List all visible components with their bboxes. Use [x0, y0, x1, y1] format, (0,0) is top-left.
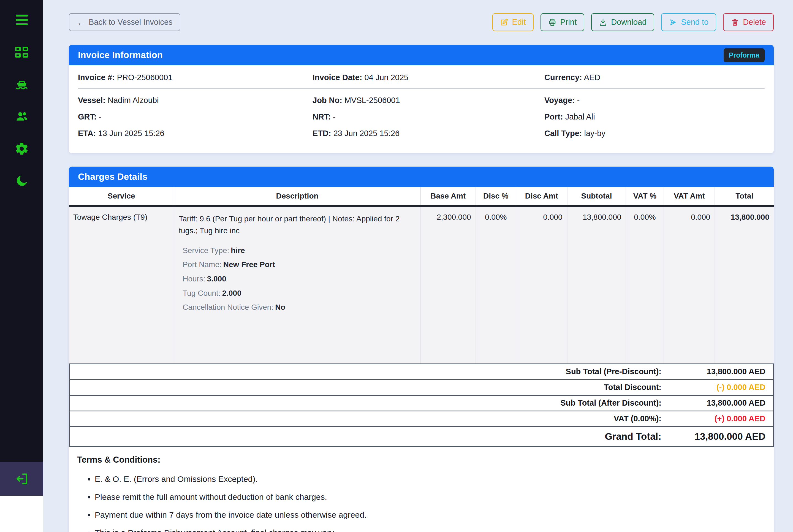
print-button[interactable]: Print	[541, 13, 584, 31]
back-button-label: Back to Vessel Invoices	[89, 18, 173, 27]
col-total: Total	[715, 187, 774, 206]
col-service: Service	[69, 187, 174, 206]
total-discount-row: Total Discount: (-) 0.000 AED	[70, 380, 773, 396]
terms-item: This is a Proforma Disbursement Account,…	[95, 526, 766, 532]
dashboard-grid-icon	[15, 47, 28, 58]
description-text: Tariff: 9.6 (Per Tug per hour or part th…	[179, 213, 416, 237]
edit-button[interactable]: Edit	[492, 13, 534, 31]
proforma-status-badge: Proforma	[723, 48, 765, 62]
settings-gear-icon	[15, 141, 29, 156]
terms-item: Payment due within 7 days from the invoi…	[95, 508, 766, 521]
col-vat-pct: VAT %	[626, 187, 663, 206]
subtotal-pre-discount-row: Sub Total (Pre-Discount): 13,800.000 AED	[70, 364, 773, 380]
cell-description: Tariff: 9.6 (Per Tug per hour or part th…	[174, 206, 421, 363]
cell-total: 13,800.000	[715, 206, 774, 363]
trash-icon	[731, 18, 739, 26]
detail-port-name: Port Name:New Free Port	[182, 259, 416, 270]
sidebar-item-dashboard[interactable]	[0, 44, 43, 60]
back-to-vessel-invoices-button[interactable]: ← Back to Vessel Invoices	[69, 13, 180, 31]
charges-details-header: Charges Details	[69, 167, 774, 187]
agents-icon	[15, 109, 29, 124]
field-vessel: Vessel: Nadim Alzoubi	[78, 96, 312, 105]
edit-button-label: Edit	[512, 18, 526, 27]
print-button-label: Print	[560, 18, 577, 27]
col-subtotal: Subtotal	[567, 187, 626, 206]
charges-table-row: Towage Charges (T9) Tariff: 9.6 (Per Tug…	[69, 206, 774, 363]
detail-hours: Hours:3.000	[182, 273, 416, 285]
field-currency: Currency: AED	[544, 73, 765, 82]
delete-button[interactable]: Delete	[723, 13, 774, 31]
grand-total-row: Grand Total: 13,800.000 AED	[70, 427, 773, 446]
menu-toggle-button[interactable]	[0, 12, 43, 28]
col-base-amt: Base Amt	[421, 187, 476, 206]
subtotal-after-discount-row: Sub Total (After Discount): 13,800.000 A…	[70, 396, 773, 412]
dark-mode-moon-icon	[15, 174, 29, 188]
col-disc-pct: Disc %	[476, 187, 516, 206]
send-icon	[669, 18, 677, 26]
detail-tug-count: Tug Count:2.000	[182, 288, 416, 299]
sidebar	[0, 0, 43, 496]
printer-icon	[548, 18, 557, 26]
sidebar-item-settings[interactable]	[0, 140, 43, 157]
terms-title: Terms & Conditions:	[77, 455, 766, 465]
logout-icon	[15, 472, 29, 486]
invoice-information-header: Invoice Information Proforma	[69, 45, 774, 65]
detail-service-type: Service Type:hire	[182, 245, 416, 256]
ship-icon	[15, 77, 29, 91]
main-content: ← Back to Vessel Invoices Edit Print	[43, 0, 793, 532]
terms-item: E. & O. E. (Errors and Omissions Excepte…	[95, 473, 766, 486]
field-job-no: Job No: MVSL-2506001	[312, 96, 544, 105]
terms-item: Please remit the full amount without ded…	[95, 490, 766, 504]
sidebar-item-dark-mode[interactable]	[0, 173, 43, 189]
charges-table-header-row: Service Description Base Amt Disc % Disc…	[69, 187, 774, 206]
pencil-square-icon	[500, 18, 508, 26]
field-grt: GRT: -	[78, 112, 312, 121]
cell-disc-amt: 0.000	[516, 206, 567, 363]
field-port: Port: Jabal Ali	[544, 112, 765, 121]
divider	[78, 88, 765, 89]
charges-details-title: Charges Details	[78, 172, 147, 182]
send-to-button[interactable]: Send to	[661, 13, 716, 31]
totals-table: Sub Total (Pre-Discount): 13,800.000 AED…	[69, 363, 774, 447]
field-voyage: Voyage: -	[544, 96, 765, 105]
invoice-information-card: Invoice Information Proforma Invoice #: …	[69, 45, 774, 153]
charges-table: Service Description Base Amt Disc % Disc…	[69, 187, 774, 363]
sidebar-item-agents[interactable]	[0, 108, 43, 125]
field-invoice-number: Invoice #: PRO-25060001	[78, 73, 312, 82]
field-invoice-date: Invoice Date: 04 Jun 2025	[312, 73, 544, 82]
col-disc-amt: Disc Amt	[516, 187, 567, 206]
download-button[interactable]: Download	[591, 13, 654, 31]
download-button-label: Download	[611, 18, 646, 27]
field-call-type: Call Type: lay-by	[544, 129, 765, 138]
field-etd: ETD: 23 Jun 2025 15:26	[312, 129, 544, 138]
cell-disc-pct: 0.00%	[476, 206, 516, 363]
vat-row: VAT (0.00%): (+) 0.000 AED	[70, 412, 773, 427]
send-to-button-label: Send to	[681, 18, 709, 27]
terms-and-conditions: Terms & Conditions: E. & O. E. (Errors a…	[69, 447, 774, 532]
invoice-information-title: Invoice Information	[78, 50, 163, 60]
field-eta: ETA: 13 Jun 2025 15:26	[78, 129, 312, 138]
cell-service: Towage Charges (T9)	[69, 206, 174, 363]
cell-vat-pct: 0.00%	[626, 206, 663, 363]
back-arrow-icon: ←	[77, 18, 85, 27]
field-nrt: NRT: -	[312, 112, 544, 121]
charges-details-card: Charges Details Service Description Base…	[69, 167, 774, 532]
action-buttons: Edit Print Download	[492, 13, 774, 31]
terms-list: E. & O. E. (Errors and Omissions Excepte…	[77, 473, 766, 532]
sidebar-item-logout[interactable]	[0, 462, 43, 496]
menu-icon	[16, 15, 28, 25]
col-description: Description	[174, 187, 421, 206]
topbar: ← Back to Vessel Invoices Edit Print	[69, 13, 774, 31]
detail-cancellation-notice: Cancellation Notice Given:No	[182, 302, 416, 313]
description-details: Service Type:hire Port Name:New Free Por…	[179, 245, 416, 313]
invoice-fields: Invoice #: PRO-25060001 Invoice Date: 04…	[69, 65, 774, 153]
cell-subtotal: 13,800.000	[567, 206, 626, 363]
cell-base-amt: 2,300.000	[421, 206, 476, 363]
sidebar-item-vessels[interactable]	[0, 76, 43, 93]
cell-vat-amt: 0.000	[664, 206, 715, 363]
col-vat-amt: VAT Amt	[664, 187, 715, 206]
download-icon	[599, 18, 607, 26]
delete-button-label: Delete	[743, 18, 766, 27]
